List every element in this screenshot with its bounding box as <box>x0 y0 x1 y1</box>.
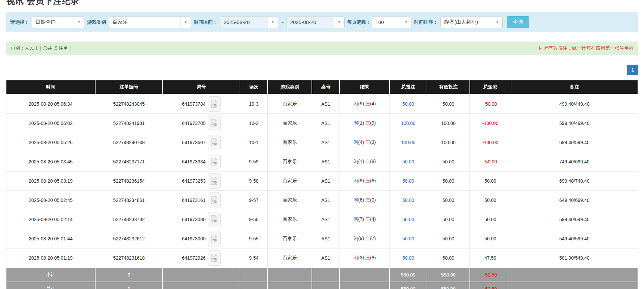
cell-game: 百家乐 <box>268 113 312 133</box>
cell-valid-bet: 50.00 <box>427 190 470 210</box>
video-replay-icon[interactable] <box>208 192 221 208</box>
date-to-select[interactable]: 2025-08-20 ▼ <box>287 17 345 28</box>
video-replay-icon[interactable] <box>208 231 221 246</box>
table-row: 2025-08-20 05:02:14522748233732641973080… <box>6 210 638 229</box>
cell-bet-id: 522748237171 <box>95 152 163 171</box>
result-player: 闲 <box>353 236 358 241</box>
cell-total-bet[interactable]: 50.00 <box>390 171 427 190</box>
cell-table: AS1 <box>312 248 340 268</box>
date-range-tilde: ~ <box>281 19 284 25</box>
cell-result: 闲(3) 庄(8) <box>340 248 390 268</box>
cell-payout: -100.00 <box>470 133 511 152</box>
cell-valid-bet: 50.00 <box>427 229 470 248</box>
cell-total-bet[interactable]: 50.00 <box>390 210 427 229</box>
table-header-row: 时间注单编号局号场次游戏类别桌号结果总投注有效投注总派彩备注 <box>6 80 638 94</box>
result-banker: 庄 <box>365 120 370 126</box>
game-category-select[interactable]: 百家乐 ▼ <box>109 17 191 28</box>
table-row: 2025-08-20 05:03:19522748236154641973253… <box>6 171 638 190</box>
summary-label: 总计 <box>6 282 95 289</box>
cell-result: 闲(1) 庄(9) <box>340 113 390 133</box>
cell-result: 闲(1) 庄(8) <box>340 152 390 171</box>
cell-time: 2025-08-20 05:02:45 <box>6 190 95 210</box>
cell-payout: -50.00 <box>470 94 511 114</box>
cell-session: 9-58 <box>240 171 268 190</box>
cell-payout: 50.00 <box>470 229 511 248</box>
result-player: 闲 <box>353 216 358 222</box>
cell-remark: 499.40/449.40 <box>511 94 638 114</box>
cell-session: 9-56 <box>240 210 268 229</box>
cell-result: 闲(7) 庄(4) <box>340 210 390 229</box>
cell-result: 闲(6) 庄(0) <box>340 190 390 210</box>
round-number: 641972926 <box>182 255 206 261</box>
chevron-down-icon: ▼ <box>180 17 191 28</box>
per-page-select[interactable]: 100 ▼ <box>372 17 411 28</box>
subtotal-row: 小计9550.00550.00-52.50 <box>6 268 638 282</box>
summary-count: 9 <box>95 282 163 289</box>
cell-game: 百家乐 <box>268 190 312 210</box>
cell-bet-id: 522748243045 <box>95 94 163 114</box>
date-to-value: 2025-08-20 <box>287 17 334 28</box>
video-replay-icon[interactable] <box>208 173 221 189</box>
result-banker: 庄 <box>365 255 370 260</box>
column-header: 桌号 <box>312 80 340 94</box>
valid-bet-note: 同局有效投注，统一计算在该局第一张注单内 <box>539 45 634 51</box>
summary-payout: -52.50 <box>470 282 511 289</box>
summary-payout: -52.50 <box>470 268 511 282</box>
game-category-label: 游戏类别 <box>87 19 106 25</box>
round-number: 641973705 <box>182 121 206 126</box>
cell-payout: 50.00 <box>470 171 511 190</box>
total-row: 总计9550.00550.00-52.50 <box>6 282 638 289</box>
cell-bet-id: 522748241931 <box>95 113 163 133</box>
cell-time: 2025-08-20 05:01:19 <box>6 248 95 268</box>
cell-total-bet[interactable]: 50.00 <box>390 229 427 248</box>
table-body: 2025-08-20 05:06:34522748243045641973784… <box>6 94 638 289</box>
cell-result: 闲(4) 庄(3) <box>340 133 390 152</box>
video-replay-icon[interactable] <box>208 154 221 169</box>
cell-total-bet[interactable]: 50.00 <box>390 248 427 268</box>
chevron-down-icon: ▼ <box>401 17 411 28</box>
cell-total-bet[interactable]: 50.00 <box>390 152 427 171</box>
cell-session: 10-3 <box>240 94 268 114</box>
cell-table: AS1 <box>312 94 340 114</box>
date-from-select[interactable]: 2025-08-20 ▼ <box>220 17 278 28</box>
search-button[interactable]: 查询 <box>507 16 529 28</box>
page: 视讯 会员下注纪录 请选择： 日期查询 ▼ 游戏类别 百家乐 ▼ 时间区间： 2… <box>0 0 644 289</box>
cell-round: 641973705 <box>163 113 240 133</box>
cell-total-bet[interactable]: 50.00 <box>390 94 427 114</box>
cell-time: 2025-08-20 05:01:44 <box>6 229 95 248</box>
video-replay-icon[interactable] <box>208 250 221 266</box>
pagination-page-1-button[interactable]: 1 <box>627 65 638 75</box>
round-number: 641973784 <box>182 101 206 107</box>
cell-result: 闲(9) 庄(6) <box>340 171 390 190</box>
query-type-select[interactable]: 日期查询 ▼ <box>32 17 84 28</box>
cell-valid-bet: 50.00 <box>427 152 470 171</box>
round-number: 641973161 <box>182 198 206 203</box>
cell-bet-id: 522748240748 <box>95 133 163 152</box>
column-header: 总投注 <box>390 80 427 94</box>
column-header: 游戏类别 <box>268 80 312 94</box>
cell-game: 百家乐 <box>268 152 312 171</box>
cell-total-bet[interactable]: 100.00 <box>390 133 427 152</box>
cell-time: 2025-08-20 05:06:34 <box>6 94 95 114</box>
cell-table: AS1 <box>312 210 340 229</box>
chevron-down-icon: ▼ <box>334 17 344 28</box>
cell-total-bet[interactable]: 50.00 <box>390 190 427 210</box>
video-replay-icon[interactable] <box>208 96 221 112</box>
result-player: 闲 <box>353 139 358 145</box>
table-row: 2025-08-20 05:01:19522748231618641972926… <box>6 248 638 268</box>
video-replay-icon[interactable] <box>208 212 221 227</box>
time-sort-select[interactable]: 降幂(由大到小) ▼ <box>440 17 503 28</box>
cell-bet-id: 522748234861 <box>95 190 163 210</box>
cell-total-bet[interactable]: 100.00 <box>390 113 427 133</box>
cell-table: AS1 <box>312 229 340 248</box>
summary-label: 小计 <box>6 268 95 282</box>
column-header: 备注 <box>511 80 638 94</box>
video-replay-icon[interactable] <box>208 115 221 131</box>
cell-remark: 501.90/549.40 <box>511 248 638 268</box>
video-replay-icon[interactable] <box>208 135 221 150</box>
page-title: 视讯 会员下注纪录 <box>6 0 638 6</box>
cell-game: 百家乐 <box>268 133 312 152</box>
cell-table: AS1 <box>312 171 340 190</box>
chevron-down-icon: ▼ <box>492 17 502 28</box>
cell-game: 百家乐 <box>268 229 312 248</box>
